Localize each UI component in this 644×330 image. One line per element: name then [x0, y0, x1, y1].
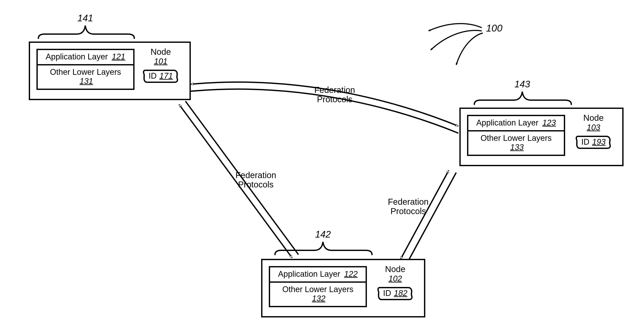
- id-tag-182: ID 182: [377, 286, 413, 301]
- application-layer-number: 122: [344, 270, 358, 279]
- diagram-canvas: 100 141 142 143 Federation Protocols Fed…: [0, 0, 644, 330]
- edge-label-1-3: Federation Protocols: [307, 85, 362, 104]
- federation-word: Federation: [307, 85, 362, 95]
- id-number: 171: [160, 71, 173, 80]
- node-box-103: Application Layer 123 Other Lower Layers…: [460, 108, 624, 166]
- other-lower-layers-number: 131: [80, 77, 93, 86]
- other-lower-layers-label: Other Lower Layers: [480, 134, 552, 143]
- brace-label-143: 143: [514, 79, 531, 89]
- federation-word: Federation: [380, 197, 436, 206]
- application-layer-row: Application Layer 123: [468, 116, 564, 131]
- other-lower-layers-row: Other Lower Layers 132: [270, 283, 366, 306]
- id-prefix: ID: [148, 71, 157, 80]
- other-lower-layers-label: Other Lower Layers: [282, 285, 354, 294]
- node-number: 101: [138, 57, 183, 66]
- application-layer-label: Application Layer: [46, 52, 108, 61]
- id-prefix: ID: [581, 137, 590, 146]
- node-info-103: Node 103 ID 193: [571, 113, 616, 150]
- brace-label-141: 141: [77, 13, 94, 23]
- federation-word: Federation: [228, 170, 284, 180]
- node-box-101: Application Layer 121 Other Lower Layers…: [29, 41, 191, 100]
- node-word: Node: [138, 47, 183, 56]
- protocols-word: Protocols: [228, 180, 284, 189]
- layers-box-102: Application Layer 122 Other Lower Layers…: [269, 266, 367, 307]
- application-layer-row: Application Layer 122: [270, 267, 366, 283]
- node-number: 102: [373, 274, 418, 283]
- node-info-101: Node 101 ID 171: [138, 47, 183, 83]
- other-lower-layers-label: Other Lower Layers: [50, 67, 121, 76]
- edge-label-3-2: Federation Protocols: [380, 197, 436, 216]
- other-lower-layers-row: Other Lower Layers 131: [38, 65, 133, 89]
- node-info-102: Node 102 ID 182: [373, 264, 418, 301]
- layers-box-103: Application Layer 123 Other Lower Layers…: [467, 115, 565, 156]
- figure-ref-value: 100: [486, 22, 502, 34]
- other-lower-layers-number: 132: [312, 294, 325, 303]
- application-layer-number: 123: [542, 118, 556, 127]
- application-layer-number: 121: [112, 52, 125, 61]
- node-box-102: Application Layer 122 Other Lower Layers…: [261, 259, 425, 318]
- id-tag-193: ID 193: [575, 135, 612, 150]
- edge-label-1-2: Federation Protocols: [228, 170, 284, 189]
- layers-box-101: Application Layer 121 Other Lower Layers…: [36, 49, 134, 90]
- other-lower-layers-row: Other Lower Layers 133: [468, 131, 564, 155]
- node-word: Node: [373, 264, 418, 274]
- brace-label-142: 142: [314, 229, 332, 240]
- protocols-word: Protocols: [307, 95, 362, 104]
- application-layer-label: Application Layer: [278, 270, 340, 279]
- id-tag-171: ID 171: [142, 69, 179, 83]
- node-number: 103: [571, 123, 616, 132]
- id-prefix: ID: [383, 289, 391, 298]
- other-lower-layers-number: 133: [510, 143, 524, 152]
- id-number: 193: [592, 137, 606, 146]
- node-word: Node: [571, 113, 616, 122]
- application-layer-row: Application Layer 121: [38, 50, 133, 65]
- id-number: 182: [394, 289, 408, 298]
- protocols-word: Protocols: [380, 206, 436, 216]
- application-layer-label: Application Layer: [476, 118, 538, 127]
- figure-reference-number: 100: [486, 22, 502, 34]
